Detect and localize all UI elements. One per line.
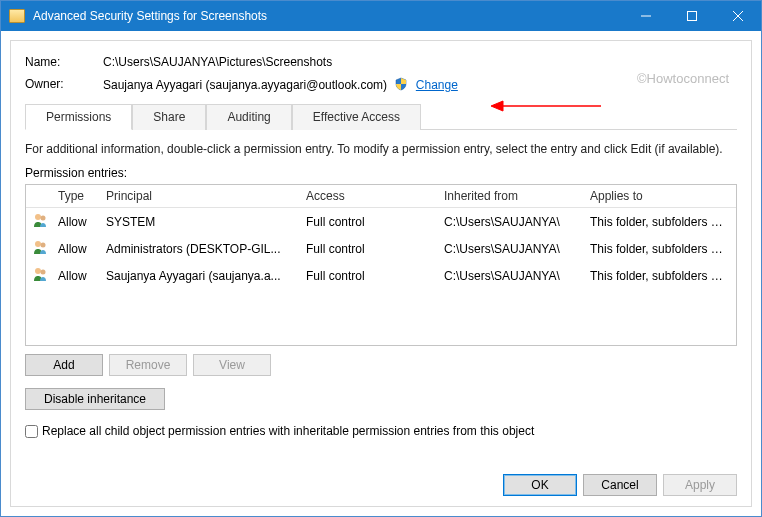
owner-value: Saujanya Ayyagari (saujanya.ayyagari@out… [103,77,737,92]
tab-auditing[interactable]: Auditing [206,104,291,130]
name-label: Name: [25,55,103,69]
owner-row: Owner: Saujanya Ayyagari (saujanya.ayyag… [25,77,737,92]
cell-access: Full control [298,238,436,260]
folder-icon [9,9,25,23]
cell-inherited: C:\Users\SAUJANYA\ [436,211,582,233]
cell-type: Allow [50,265,98,287]
col-applies[interactable]: Applies to [582,185,736,207]
inheritance-row: Disable inheritance [25,388,737,410]
dialog-footer: OK Cancel Apply [503,474,737,496]
svg-point-11 [41,270,46,275]
remove-button[interactable]: Remove [109,354,187,376]
apply-button[interactable]: Apply [663,474,737,496]
view-button[interactable]: View [193,354,271,376]
window-controls [623,1,761,31]
table-row[interactable]: Allow Administrators (DESKTOP-GIL... Ful… [26,235,736,262]
cell-inherited: C:\Users\SAUJANYA\ [436,265,582,287]
col-inherited[interactable]: Inherited from [436,185,582,207]
cell-access: Full control [298,211,436,233]
svg-point-6 [35,214,41,220]
cell-applies: This folder, subfolders and files [582,211,736,233]
add-button[interactable]: Add [25,354,103,376]
disable-inheritance-button[interactable]: Disable inheritance [25,388,165,410]
cell-principal: Saujanya Ayyagari (saujanya.a... [98,265,298,287]
person-icon [32,239,48,255]
cell-access: Full control [298,265,436,287]
minimize-button[interactable] [623,1,669,31]
person-icon [32,212,48,228]
maximize-button[interactable] [669,1,715,31]
owner-label: Owner: [25,77,103,92]
col-principal[interactable]: Principal [98,185,298,207]
replace-label[interactable]: Replace all child object permission entr… [42,424,534,438]
tab-permissions[interactable]: Permissions [25,104,132,130]
window-title: Advanced Security Settings for Screensho… [33,9,623,23]
svg-rect-1 [688,12,697,21]
tab-content: For additional information, double-click… [25,130,737,438]
replace-row: Replace all child object permission entr… [25,424,737,438]
shield-icon [394,77,408,91]
replace-checkbox[interactable] [25,425,38,438]
cell-inherited: C:\Users\SAUJANYA\ [436,238,582,260]
name-value: C:\Users\SAUJANYA\Pictures\Screenshots [103,55,737,69]
help-text: For additional information, double-click… [25,142,737,156]
entry-buttons: Add Remove View [25,354,737,376]
cell-principal: Administrators (DESKTOP-GIL... [98,238,298,260]
main-panel: ©Howtoconnect Name: C:\Users\SAUJANYA\Pi… [10,40,752,507]
cell-applies: This folder, subfolders and files [582,238,736,260]
entries-box: . Type Principal Access Inherited from A… [25,184,737,346]
entries-label: Permission entries: [25,166,737,180]
entries-header: . Type Principal Access Inherited from A… [26,185,736,208]
table-row[interactable]: Allow SYSTEM Full control C:\Users\SAUJA… [26,208,736,235]
person-icon [32,266,48,282]
name-row: Name: C:\Users\SAUJANYA\Pictures\Screens… [25,55,737,69]
svg-point-10 [35,268,41,274]
ok-button[interactable]: OK [503,474,577,496]
tab-share[interactable]: Share [132,104,206,130]
cancel-button[interactable]: Cancel [583,474,657,496]
titlebar: Advanced Security Settings for Screensho… [1,1,761,31]
cell-applies: This folder, subfolders and files [582,265,736,287]
tabs: Permissions Share Auditing Effective Acc… [25,104,737,130]
svg-point-7 [41,216,46,221]
cell-principal: SYSTEM [98,211,298,233]
owner-text: Saujanya Ayyagari (saujanya.ayyagari@out… [103,78,387,92]
tab-effective-access[interactable]: Effective Access [292,104,421,130]
cell-type: Allow [50,238,98,260]
svg-point-9 [41,243,46,248]
svg-point-8 [35,241,41,247]
col-access[interactable]: Access [298,185,436,207]
change-owner-link[interactable]: Change [416,78,458,92]
col-type[interactable]: Type [50,185,98,207]
close-button[interactable] [715,1,761,31]
table-row[interactable]: Allow Saujanya Ayyagari (saujanya.a... F… [26,262,736,289]
cell-type: Allow [50,211,98,233]
